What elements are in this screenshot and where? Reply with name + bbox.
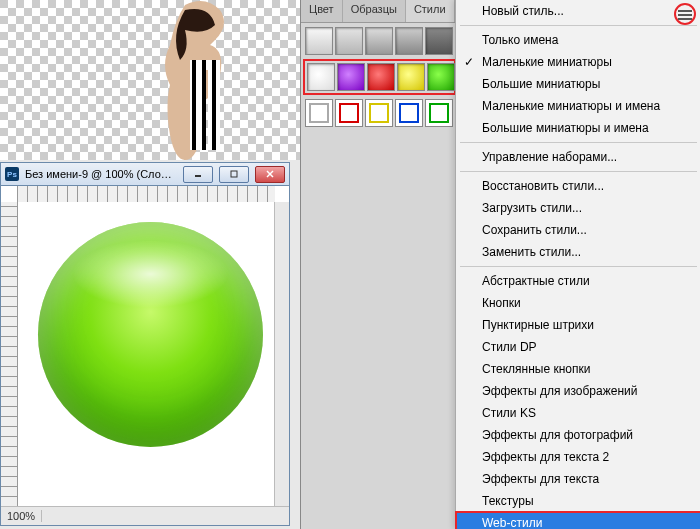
maximize-button[interactable] <box>219 166 249 183</box>
menu-abstract[interactable]: Абстрактные стили <box>456 270 700 292</box>
menu-new-style[interactable]: Новый стиль... <box>456 0 700 22</box>
menu-text2[interactable]: Эффекты для текста 2 <box>456 446 700 468</box>
panel-tabs: Цвет Образцы Стили <box>301 0 456 23</box>
style-swatch-red[interactable] <box>367 63 395 91</box>
menu-separator <box>460 25 697 26</box>
menu-separator <box>460 142 697 143</box>
tab-styles[interactable]: Стили <box>406 0 455 22</box>
scrollbar-vertical[interactable] <box>274 202 289 507</box>
svg-rect-1 <box>231 171 237 177</box>
minimize-button[interactable] <box>183 166 213 183</box>
green-sphere-layer[interactable] <box>38 222 263 447</box>
zoom-level[interactable]: 100% <box>1 510 42 522</box>
person-image <box>145 0 265 160</box>
style-swatch[interactable] <box>335 99 363 127</box>
styles-flyout-menu: Новый стиль... Только имена Маленькие ми… <box>455 0 700 529</box>
close-button[interactable] <box>255 166 285 183</box>
style-swatch[interactable] <box>425 99 453 127</box>
menu-only-names[interactable]: Только имена <box>456 29 700 51</box>
style-swatch[interactable] <box>395 99 423 127</box>
ruler-horizontal[interactable] <box>17 186 275 203</box>
menu-small-thumbs[interactable]: Маленькие миниатюры <box>456 51 700 73</box>
tab-color[interactable]: Цвет <box>301 0 343 22</box>
status-bar: 100% <box>1 506 289 525</box>
style-swatch-white[interactable] <box>307 63 335 91</box>
menu-preset-manager[interactable]: Управление наборами... <box>456 146 700 168</box>
style-swatch[interactable] <box>335 27 363 55</box>
menu-dotted[interactable]: Пунктирные штрихи <box>456 314 700 336</box>
menu-separator <box>460 171 697 172</box>
menu-load[interactable]: Загрузить стили... <box>456 197 700 219</box>
document-titlebar[interactable]: Ps Без имени-9 @ 100% (Слой 1,... <box>1 163 289 186</box>
style-swatch-yellow[interactable] <box>397 63 425 91</box>
highlighted-row <box>303 59 456 95</box>
menu-separator <box>460 266 697 267</box>
styles-grid-row3 <box>301 95 456 131</box>
menu-small-list[interactable]: Маленькие миниатюры и имена <box>456 95 700 117</box>
style-swatch[interactable] <box>395 27 423 55</box>
photoshop-icon: Ps <box>5 167 19 181</box>
menu-photo-fx[interactable]: Эффекты для фотографий <box>456 424 700 446</box>
style-swatch-purple[interactable] <box>337 63 365 91</box>
menu-buttons[interactable]: Кнопки <box>456 292 700 314</box>
menu-save[interactable]: Сохранить стили... <box>456 219 700 241</box>
menu-textures[interactable]: Текстуры <box>456 490 700 512</box>
style-swatch[interactable] <box>425 27 453 55</box>
style-swatch[interactable] <box>305 99 333 127</box>
menu-web-styles[interactable]: Web-стили <box>456 512 700 529</box>
menu-reset[interactable]: Восстановить стили... <box>456 175 700 197</box>
tab-swatches[interactable]: Образцы <box>343 0 406 22</box>
menu-img-fx[interactable]: Эффекты для изображений <box>456 380 700 402</box>
document-canvas[interactable] <box>18 202 275 507</box>
menu-text[interactable]: Эффекты для текста <box>456 468 700 490</box>
style-swatch[interactable] <box>365 99 393 127</box>
menu-large-thumbs[interactable]: Большие миниатюры <box>456 73 700 95</box>
style-swatch[interactable] <box>305 27 333 55</box>
styles-panel: Цвет Образцы Стили <box>300 0 456 529</box>
style-swatch-green[interactable] <box>427 63 455 91</box>
styles-grid <box>301 23 456 59</box>
document-window: Ps Без имени-9 @ 100% (Слой 1,... 100% <box>0 162 290 526</box>
menu-dp[interactable]: Стили DP <box>456 336 700 358</box>
ruler-vertical[interactable] <box>1 202 18 507</box>
style-swatch[interactable] <box>365 27 393 55</box>
document-title: Без имени-9 @ 100% (Слой 1,... <box>25 168 177 180</box>
menu-replace[interactable]: Заменить стили... <box>456 241 700 263</box>
menu-large-list[interactable]: Большие миниатюры и имена <box>456 117 700 139</box>
menu-ks[interactable]: Стили KS <box>456 402 700 424</box>
menu-glass[interactable]: Стеклянные кнопки <box>456 358 700 380</box>
